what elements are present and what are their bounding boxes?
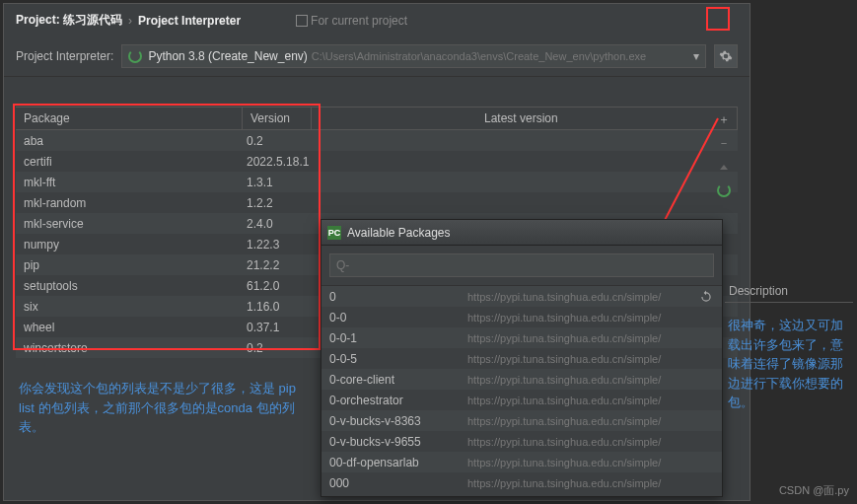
package-name: setuptools xyxy=(16,279,243,293)
package-version: 0.2 xyxy=(243,341,312,355)
available-name: 0-v-bucks-v-9655 xyxy=(329,435,467,449)
available-name: 000 xyxy=(329,476,467,490)
available-name: 0-v-bucks-v-8363 xyxy=(329,414,467,428)
add-package-button[interactable]: ＋ xyxy=(712,108,736,131)
chevron-down-icon: ▾ xyxy=(693,49,699,63)
available-url: https://pypi.tuna.tsinghua.edu.cn/simple… xyxy=(467,477,714,489)
settings-gear-button[interactable] xyxy=(714,44,738,68)
breadcrumb-page: Project Interpreter xyxy=(138,14,241,28)
package-version: 21.2.2 xyxy=(243,258,312,272)
interpreter-path: C:\Users\Administrator\anaconda3\envs\Cr… xyxy=(312,50,646,62)
package-version: 61.2.0 xyxy=(243,279,312,293)
available-name: 0-0-1 xyxy=(329,331,467,345)
available-url: https://pypi.tuna.tsinghua.edu.cn/simple… xyxy=(467,374,714,386)
link-icon xyxy=(296,15,308,27)
gear-icon xyxy=(719,49,733,63)
available-item[interactable]: 0-v-bucks-v-8363https://pypi.tuna.tsingh… xyxy=(321,410,722,431)
dialog-title: Available Packages xyxy=(347,226,451,240)
package-toolbar: ＋ － xyxy=(712,108,736,202)
package-name: wheel xyxy=(16,321,243,334)
package-name: wincertstore xyxy=(16,341,243,355)
dialog-titlebar[interactable]: PC Available Packages xyxy=(321,220,722,246)
upgrade-package-button[interactable] xyxy=(712,155,736,179)
available-item[interactable]: 0https://pypi.tuna.tsinghua.edu.cn/simpl… xyxy=(321,286,722,307)
breadcrumb-separator: › xyxy=(128,14,132,28)
table-row[interactable]: certifi2022.5.18.1 xyxy=(16,151,738,172)
available-item[interactable]: 0-core-clienthttps://pypi.tuna.tsinghua.… xyxy=(321,369,722,390)
available-item[interactable]: 0-0-1https://pypi.tuna.tsinghua.edu.cn/s… xyxy=(321,327,722,348)
interpreter-label: Project Interpreter: xyxy=(16,49,113,63)
package-name: numpy xyxy=(16,238,243,252)
available-list[interactable]: 0https://pypi.tuna.tsinghua.edu.cn/simpl… xyxy=(321,286,722,493)
remove-package-button[interactable]: － xyxy=(712,131,736,155)
package-name: mkl-fft xyxy=(16,176,243,189)
package-version: 0.2 xyxy=(243,134,312,148)
package-name: six xyxy=(16,300,243,314)
search-bar xyxy=(321,246,722,286)
description-panel: Description xyxy=(725,219,853,288)
package-name: aba xyxy=(16,134,243,148)
table-row[interactable]: aba0.2 xyxy=(16,130,738,151)
available-url: https://pypi.tuna.tsinghua.edu.cn/simple… xyxy=(467,312,714,324)
col-version[interactable]: Version xyxy=(243,108,312,129)
package-version: 1.22.3 xyxy=(243,238,312,252)
available-item[interactable]: 0-0-5https://pypi.tuna.tsinghua.edu.cn/s… xyxy=(321,348,722,369)
description-label: Description xyxy=(725,219,853,303)
package-version: 1.2.2 xyxy=(243,196,312,210)
available-url: https://pypi.tuna.tsinghua.edu.cn/simple… xyxy=(467,457,714,468)
python-icon xyxy=(128,49,142,63)
table-header: Package Version Latest version xyxy=(16,107,738,130)
table-row[interactable]: mkl-random1.2.2 xyxy=(16,192,738,213)
refresh-button[interactable] xyxy=(694,285,718,309)
package-version: 0.37.1 xyxy=(243,321,312,334)
table-row[interactable]: mkl-fft1.3.1 xyxy=(16,172,738,192)
available-url: https://pypi.tuna.tsinghua.edu.cn/simple… xyxy=(467,291,714,303)
interpreter-dropdown[interactable]: Python 3.8 (Create_New_env) C:\Users\Adm… xyxy=(121,44,706,68)
available-item[interactable]: 0-orchestratorhttps://pypi.tuna.tsinghua… xyxy=(321,390,722,410)
refresh-icon xyxy=(699,290,713,304)
spinner-icon xyxy=(717,183,731,197)
for-current-project: For current project xyxy=(296,14,407,28)
package-version: 2022.5.18.1 xyxy=(243,155,312,169)
package-name: mkl-service xyxy=(16,217,243,231)
package-version: 2.4.0 xyxy=(243,217,312,231)
col-package[interactable]: Package xyxy=(16,108,243,129)
package-name: pip xyxy=(16,258,243,272)
available-name: 0-orchestrator xyxy=(329,394,467,407)
available-url: https://pypi.tuna.tsinghua.edu.cn/simple… xyxy=(467,436,714,448)
available-packages-dialog: PC Available Packages 0https://pypi.tuna… xyxy=(321,219,723,497)
package-name: mkl-random xyxy=(16,196,243,210)
search-input[interactable] xyxy=(329,253,714,277)
available-url: https://pypi.tuna.tsinghua.edu.cn/simple… xyxy=(467,332,714,344)
breadcrumb: Project: 练习源代码 › Project Interpreter For… xyxy=(4,4,750,36)
available-name: 0-0 xyxy=(329,311,467,324)
available-item[interactable]: 00-df-opensarlabhttps://pypi.tuna.tsingh… xyxy=(321,452,722,472)
available-item[interactable]: 000https://pypi.tuna.tsinghua.edu.cn/sim… xyxy=(321,472,722,493)
available-item[interactable]: 0-0https://pypi.tuna.tsinghua.edu.cn/sim… xyxy=(321,307,722,327)
package-version: 1.3.1 xyxy=(243,176,312,189)
available-url: https://pypi.tuna.tsinghua.edu.cn/simple… xyxy=(467,415,714,427)
available-name: 00-df-opensarlab xyxy=(329,456,467,469)
available-name: 0-0-5 xyxy=(329,352,467,366)
package-name: certifi xyxy=(16,155,243,169)
available-url: https://pypi.tuna.tsinghua.edu.cn/simple… xyxy=(467,395,714,406)
watermark: CSDN @面.py xyxy=(779,483,849,498)
available-name: 0 xyxy=(329,290,467,304)
package-version: 1.16.0 xyxy=(243,300,312,314)
interpreter-name: Python 3.8 (Create_New_env) xyxy=(148,49,307,63)
available-name: 0-core-client xyxy=(329,373,467,387)
available-url: https://pypi.tuna.tsinghua.edu.cn/simple… xyxy=(467,353,714,365)
pycharm-icon: PC xyxy=(327,226,341,240)
col-latest[interactable]: Latest version xyxy=(312,108,738,129)
annotation-right: 很神奇，这边又可加载出许多包来了，意味着连得了镜像源那边进行下载你想要的包。 xyxy=(728,316,851,412)
available-item[interactable]: 0-v-bucks-v-9655https://pypi.tuna.tsingh… xyxy=(321,431,722,452)
loading-indicator xyxy=(712,179,736,202)
interpreter-row: Project Interpreter: Python 3.8 (Create_… xyxy=(4,36,750,77)
project-label: Project: 练习源代码 xyxy=(16,12,122,29)
annotation-left: 你会发现这个包的列表是不是少了很多，这是 pip list 的包列表，之前那个很… xyxy=(19,379,315,437)
